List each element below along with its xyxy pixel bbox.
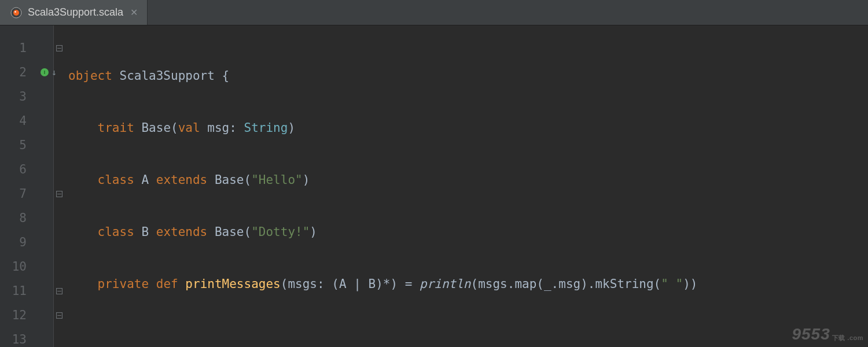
code-line	[68, 324, 868, 347]
tab-label: Scala3Support.scala	[28, 6, 123, 19]
line-number: 7	[0, 182, 36, 206]
line-number: 6	[0, 157, 36, 182]
watermark-main: 9553	[792, 325, 830, 344]
tab-bar: Scala3Support.scala ✕	[0, 0, 868, 25]
scala-file-icon	[10, 7, 22, 19]
line-number: 9	[0, 230, 36, 254]
down-arrow-icon: ↓	[52, 67, 57, 77]
watermark: 9553 下载 .com	[792, 325, 863, 344]
icon-gutter: I ↓	[36, 25, 53, 347]
code-line: trait Base(val msg: String)	[68, 116, 868, 140]
line-number: 10	[0, 254, 36, 279]
svg-point-1	[13, 10, 19, 16]
line-number: 1	[0, 36, 36, 60]
fold-close-icon[interactable]	[56, 310, 62, 321]
line-number: 3	[0, 84, 36, 109]
code-line: class A extends Base("Hello")	[68, 168, 868, 192]
implemented-icon[interactable]: I	[41, 68, 49, 76]
editor-tab[interactable]: Scala3Support.scala ✕	[0, 0, 148, 25]
svg-point-2	[14, 11, 16, 13]
close-icon[interactable]: ✕	[129, 7, 139, 18]
line-number: 4	[0, 109, 36, 133]
line-number: 8	[0, 206, 36, 230]
line-number-gutter: 1 2 3 4 5 6 7 8 9 10 11 12 13	[0, 25, 36, 347]
watermark-sub: 下载 .com	[832, 335, 863, 341]
code-area[interactable]: object Scala3Support { trait Base(val ms…	[65, 25, 868, 347]
fold-close-icon[interactable]	[56, 286, 62, 297]
fold-open-icon[interactable]	[56, 189, 62, 200]
line-number: 12	[0, 303, 36, 327]
code-line: private def printMessages(msgs: (A | B)*…	[68, 272, 868, 296]
line-number: 2	[0, 60, 36, 84]
fold-open-icon[interactable]	[56, 43, 62, 54]
code-line: class B extends Base("Dotty!")	[68, 220, 868, 244]
line-number: 11	[0, 279, 36, 303]
code-line: object Scala3Support {	[68, 64, 868, 88]
line-number: 5	[0, 133, 36, 157]
code-editor[interactable]: 1 2 3 4 5 6 7 8 9 10 11 12 13 I ↓ object	[0, 25, 868, 347]
line-number: 13	[0, 327, 36, 347]
